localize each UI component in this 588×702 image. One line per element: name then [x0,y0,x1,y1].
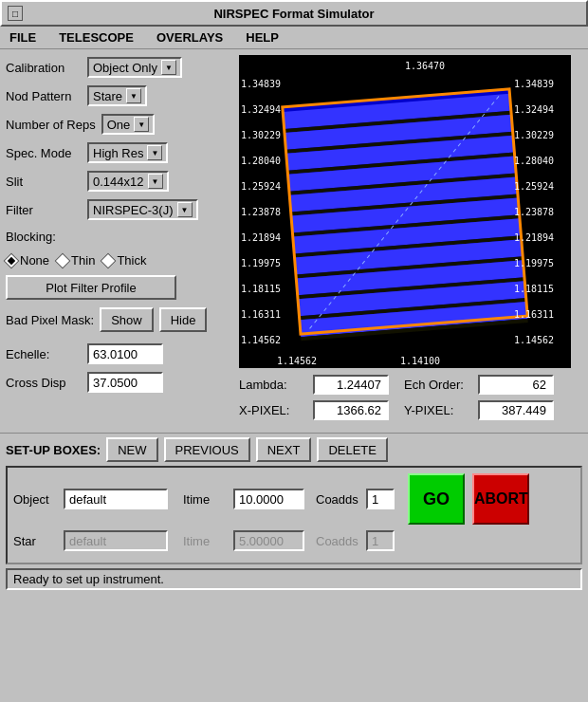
num-reps-row: Number of Reps One ▼ [6,112,233,137]
blocking-thin-radio[interactable] [55,252,71,268]
bad-pixel-label: Bad Pixel Mask: [6,313,94,327]
itime-label: Itime [183,492,226,507]
plot-filter-button[interactable]: Plot Filter Profile [6,275,176,300]
spec-mode-arrow[interactable]: ▼ [147,145,162,160]
blocking-thick-radio[interactable] [101,252,117,268]
object-label: Object [13,492,56,507]
calibration-value: Object Only [93,61,157,75]
ech-order-label: Ech Order: [404,378,470,392]
spec-mode-select[interactable]: High Res ▼ [87,142,168,163]
bad-pixel-hide-button[interactable]: Hide [159,307,208,332]
setup-boxes-row: SET-UP BOXES: NEW PREVIOUS NEXT DELETE [0,433,588,466]
num-reps-arrow[interactable]: ▼ [134,117,149,132]
bad-pixel-show-button[interactable]: Show [100,307,154,332]
title-bar-icon: □ [8,6,23,21]
setup-boxes-label: SET-UP BOXES: [6,443,101,457]
y-pixel-label: Y-PIXEL: [404,403,470,417]
cross-disp-row: Cross Disp [6,370,233,395]
nod-pattern-value: Stare [93,89,122,103]
menu-overlays[interactable]: OVERLAYS [151,28,229,46]
spec-mode-label: Spec. Mode [6,146,82,160]
previous-button[interactable]: PREVIOUS [164,437,250,462]
itime-star-label: Itime [183,534,226,548]
calibration-arrow[interactable]: ▼ [161,60,176,75]
blocking-none[interactable]: None [6,253,49,268]
blocking-none-label: None [20,253,49,268]
nod-pattern-select[interactable]: Stare ▼ [87,85,147,106]
ech-order-value: 62 [478,375,554,395]
bad-pixel-row: Bad Pixel Mask: Show Hide [6,305,233,334]
plot-filter-row: Plot Filter Profile [6,273,233,302]
lambda-label: Lambda: [239,378,305,392]
filter-select[interactable]: NIRSPEC-3(J) ▼ [87,199,198,220]
lambda-value: 1.24407 [313,375,389,395]
slit-select[interactable]: 0.144x12 ▼ [87,171,169,192]
echelle-label: Echelle: [6,347,82,361]
canvas-area [239,55,571,368]
go-button[interactable]: GO [408,473,465,525]
echelle-input[interactable] [87,343,163,364]
blocking-thick[interactable]: Thick [102,253,146,268]
itime-star-input[interactable] [233,530,304,551]
bottom-row-1: Object Itime Coadds GO ABORT [13,473,575,525]
info-row-2: X-PIXEL: 1366.62 Y-PIXEL: 387.449 [239,397,582,423]
filter-label: Filter [6,203,82,217]
spec-mode-value: High Res [93,146,143,160]
nod-pattern-arrow[interactable]: ▼ [126,88,141,103]
num-reps-value: One [107,118,131,132]
star-input[interactable] [64,530,168,551]
delete-button[interactable]: DELETE [317,437,388,462]
spec-mode-row: Spec. Mode High Res ▼ [6,140,233,165]
object-input[interactable] [64,489,168,509]
status-bar: Ready to set up instrument. [6,568,582,590]
nod-pattern-label: Nod Pattern [6,89,82,103]
title-bar-text: NIRSPEC Format Simulator [213,7,374,21]
bottom-section: Object Itime Coadds GO ABORT Star Itime … [6,466,582,564]
y-pixel-value: 387.449 [478,400,554,420]
menu-bar: FILE TELESCOPE OVERLAYS HELP [0,27,588,49]
left-panel: Calibration Object Only ▼ Nod Pattern St… [6,55,233,423]
blocking-thin[interactable]: Thin [57,253,95,268]
itime-input[interactable] [233,489,304,509]
menu-help[interactable]: HELP [240,28,285,46]
slit-label: Slit [6,175,82,189]
calibration-row: Calibration Object Only ▼ [6,55,233,80]
next-button[interactable]: NEXT [256,437,312,462]
coadds-input[interactable] [366,489,395,509]
right-panel: Lambda: 1.24407 Ech Order: 62 X-PIXEL: 1… [239,55,582,423]
spectral-canvas [239,55,571,368]
menu-telescope[interactable]: TELESCOPE [53,28,139,46]
slit-value: 0.144x12 [93,175,144,189]
menu-file[interactable]: FILE [4,28,42,46]
cross-disp-label: Cross Disp [6,376,82,390]
num-reps-label: Number of Reps [6,118,96,132]
blocking-radio-group: None Thin Thick [6,253,146,268]
calibration-label: Calibration [6,61,82,75]
coadds-star-label: Coadds [316,534,358,548]
blocking-none-radio[interactable] [4,252,20,268]
filter-value: NIRSPEC-3(J) [93,203,174,217]
blocking-thin-label: Thin [71,253,95,268]
star-label: Star [13,534,56,548]
bottom-row-2: Star Itime Coadds [13,530,575,551]
title-bar: □ NIRSPEC Format Simulator [0,0,588,27]
blocking-row: Blocking: None Thin Thick [6,226,233,269]
num-reps-select[interactable]: One ▼ [101,114,156,135]
coadds-star-input[interactable] [366,530,395,551]
x-pixel-label: X-PIXEL: [239,403,305,417]
calibration-select[interactable]: Object Only ▼ [87,57,182,78]
slit-arrow[interactable]: ▼ [148,174,163,189]
abort-button[interactable]: ABORT [472,473,529,525]
nod-pattern-row: Nod Pattern Stare ▼ [6,83,233,108]
new-button[interactable]: NEW [106,437,157,462]
filter-arrow[interactable]: ▼ [177,202,193,217]
cross-disp-input[interactable] [87,372,163,393]
filter-row: Filter NIRSPEC-3(J) ▼ [6,197,233,222]
echelle-row: Echelle: [6,342,233,366]
coadds-label: Coadds [316,492,358,507]
slit-row: Slit 0.144x12 ▼ [6,169,233,194]
blocking-thick-label: Thick [117,253,146,268]
x-pixel-value: 1366.62 [313,400,389,420]
blocking-label: Blocking: [6,230,56,244]
info-row-1: Lambda: 1.24407 Ech Order: 62 [239,372,582,397]
